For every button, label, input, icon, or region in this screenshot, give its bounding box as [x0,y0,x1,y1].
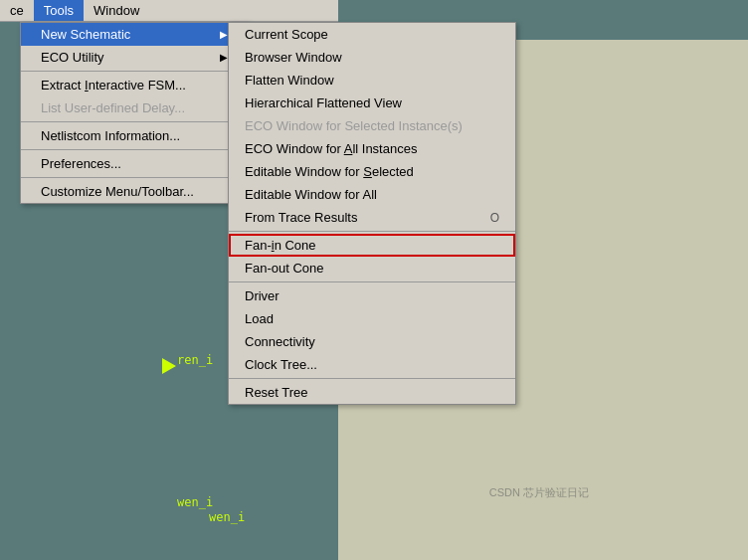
shortcut-from-trace: O [490,211,499,225]
submenu-load[interactable]: Load [229,307,515,330]
menu-bar: ce Tools Window [0,0,338,22]
submenu-from-trace[interactable]: From Trace Results O [229,206,515,229]
tools-new-schematic[interactable]: New Schematic ▶ [21,23,248,46]
menu-item-tools[interactable]: Tools [34,0,84,21]
submenu-editable-all[interactable]: Editable Window for All [229,183,515,206]
submenu-browser-window[interactable]: Browser Window [229,46,515,69]
watermark: CSDN 芯片验证日记 [489,485,589,500]
separator-1 [21,71,248,72]
menu-item-window[interactable]: Window [84,0,149,21]
submenu-separator-1 [229,231,515,232]
signal-arrow-ren-i [162,358,176,374]
tools-list-delay: List User-defined Delay... [21,96,248,119]
new-schematic-submenu: Current Scope Browser Window Flatten Win… [228,22,516,405]
submenu-eco-window-all[interactable]: ECO Window for All Instances [229,137,515,160]
tools-customize[interactable]: Customize Menu/Toolbar... [21,180,248,203]
submenu-separator-2 [229,281,515,282]
separator-4 [21,177,248,178]
submenu-eco-window-selected: ECO Window for Selected Instance(s) [229,114,515,137]
tools-netlistcom[interactable]: Netlistcom Information... [21,124,248,147]
submenu-flatten-window[interactable]: Flatten Window [229,69,515,92]
submenu-clock-tree[interactable]: Clock Tree... [229,353,515,376]
tools-dropdown: New Schematic ▶ ECO Utility ▶ Extract In… [20,22,249,204]
submenu-arrow-eco: ▶ [220,52,228,63]
submenu-editable-selected[interactable]: Editable Window for Selected [229,160,515,183]
menu-item-ce[interactable]: ce [0,0,34,21]
separator-3 [21,149,248,150]
submenu-driver[interactable]: Driver [229,284,515,307]
tools-extract-fsm[interactable]: Extract Interactive FSM... [21,74,248,96]
submenu-current-scope[interactable]: Current Scope [229,23,515,46]
submenu-arrow: ▶ [220,29,228,40]
signal-wen-i-bot: wen_i [209,510,245,524]
tools-preferences[interactable]: Preferences... [21,152,248,175]
signal-ren-i: ren_i [177,353,213,367]
submenu-connectivity[interactable]: Connectivity [229,330,515,353]
submenu-fan-out-cone[interactable]: Fan-out Cone [229,257,515,280]
separator-2 [21,121,248,122]
submenu-reset-tree[interactable]: Reset Tree [229,381,515,404]
signal-wen-i-top: wen_i [177,495,213,509]
submenu-fan-in-cone[interactable]: Fan-in Cone [229,234,515,257]
tools-eco-utility[interactable]: ECO Utility ▶ [21,46,248,69]
submenu-hierarchical-flat[interactable]: Hierarchical Flattened View [229,92,515,114]
submenu-separator-3 [229,378,515,379]
